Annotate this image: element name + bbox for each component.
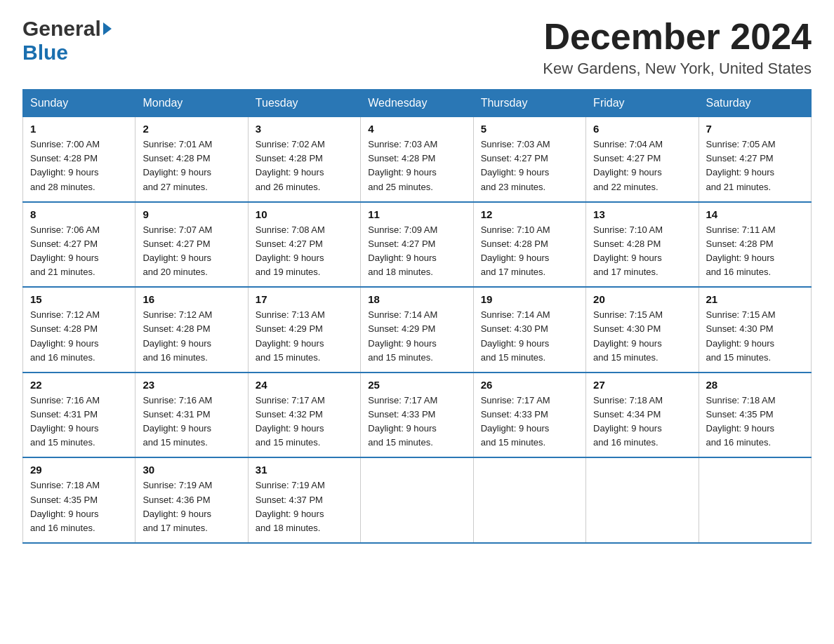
day-info: Sunrise: 7:10 AM Sunset: 4:28 PM Dayligh…	[481, 223, 578, 280]
day-info: Sunrise: 7:08 AM Sunset: 4:27 PM Dayligh…	[256, 223, 353, 280]
day-info: Sunrise: 7:10 AM Sunset: 4:28 PM Dayligh…	[593, 223, 691, 280]
day-number: 12	[481, 208, 578, 220]
day-info: Sunrise: 7:01 AM Sunset: 4:28 PM Dayligh…	[143, 137, 240, 194]
calendar-cell: 14 Sunrise: 7:11 AM Sunset: 4:28 PM Dayl…	[699, 202, 811, 288]
day-number: 24	[256, 379, 353, 391]
col-header-saturday: Saturday	[699, 90, 811, 117]
day-info: Sunrise: 7:03 AM Sunset: 4:27 PM Dayligh…	[481, 137, 578, 194]
title-section: December 2024 Kew Gardens, New York, Uni…	[543, 17, 812, 78]
day-number: 5	[481, 123, 578, 135]
day-info: Sunrise: 7:19 AM Sunset: 4:37 PM Dayligh…	[256, 478, 353, 535]
day-number: 3	[256, 123, 353, 135]
calendar-cell: 20 Sunrise: 7:15 AM Sunset: 4:30 PM Dayl…	[586, 287, 699, 373]
day-info: Sunrise: 7:11 AM Sunset: 4:28 PM Dayligh…	[706, 223, 804, 280]
calendar-cell: 26 Sunrise: 7:17 AM Sunset: 4:33 PM Dayl…	[473, 373, 585, 458]
calendar-cell: 19 Sunrise: 7:14 AM Sunset: 4:30 PM Dayl…	[473, 287, 585, 373]
day-number: 19	[481, 293, 578, 305]
day-number: 20	[593, 293, 691, 305]
day-number: 9	[143, 208, 240, 220]
day-info: Sunrise: 7:07 AM Sunset: 4:27 PM Dayligh…	[143, 223, 240, 280]
day-number: 28	[706, 379, 804, 391]
calendar-cell	[699, 457, 811, 543]
day-number: 14	[706, 208, 804, 220]
day-info: Sunrise: 7:18 AM Sunset: 4:34 PM Dayligh…	[593, 394, 691, 450]
calendar-title: December 2024	[543, 17, 812, 57]
day-info: Sunrise: 7:18 AM Sunset: 4:35 PM Dayligh…	[706, 394, 804, 450]
day-number: 23	[143, 379, 240, 391]
day-number: 13	[593, 208, 691, 220]
calendar-cell: 4 Sunrise: 7:03 AM Sunset: 4:28 PM Dayli…	[361, 117, 473, 202]
calendar-cell: 9 Sunrise: 7:07 AM Sunset: 4:27 PM Dayli…	[135, 202, 248, 288]
calendar-cell	[586, 457, 699, 543]
col-header-monday: Monday	[135, 90, 248, 117]
day-number: 17	[256, 293, 353, 305]
day-info: Sunrise: 7:15 AM Sunset: 4:30 PM Dayligh…	[593, 308, 691, 365]
calendar-cell: 25 Sunrise: 7:17 AM Sunset: 4:33 PM Dayl…	[361, 373, 473, 458]
day-number: 8	[30, 208, 128, 220]
calendar-cell: 18 Sunrise: 7:14 AM Sunset: 4:29 PM Dayl…	[361, 287, 473, 373]
day-info: Sunrise: 7:18 AM Sunset: 4:35 PM Dayligh…	[30, 478, 128, 535]
day-number: 10	[256, 208, 353, 220]
day-info: Sunrise: 7:12 AM Sunset: 4:28 PM Dayligh…	[143, 308, 240, 365]
calendar-table: SundayMondayTuesdayWednesdayThursdayFrid…	[22, 89, 812, 544]
day-info: Sunrise: 7:14 AM Sunset: 4:29 PM Dayligh…	[368, 308, 465, 365]
day-number: 26	[481, 379, 578, 391]
calendar-cell: 5 Sunrise: 7:03 AM Sunset: 4:27 PM Dayli…	[473, 117, 585, 202]
day-number: 18	[368, 293, 465, 305]
day-info: Sunrise: 7:15 AM Sunset: 4:30 PM Dayligh…	[706, 308, 804, 365]
day-number: 29	[30, 464, 128, 476]
day-number: 15	[30, 293, 128, 305]
day-number: 30	[143, 464, 240, 476]
calendar-cell: 31 Sunrise: 7:19 AM Sunset: 4:37 PM Dayl…	[248, 457, 360, 543]
logo: General Blue	[22, 17, 112, 65]
logo-arrow-icon	[103, 22, 112, 35]
day-number: 27	[593, 379, 691, 391]
day-info: Sunrise: 7:00 AM Sunset: 4:28 PM Dayligh…	[30, 137, 128, 194]
day-number: 6	[593, 123, 691, 135]
col-header-friday: Friday	[586, 90, 699, 117]
calendar-week-2: 8 Sunrise: 7:06 AM Sunset: 4:27 PM Dayli…	[23, 202, 812, 288]
day-info: Sunrise: 7:09 AM Sunset: 4:27 PM Dayligh…	[368, 223, 465, 280]
day-number: 21	[706, 293, 804, 305]
calendar-cell: 27 Sunrise: 7:18 AM Sunset: 4:34 PM Dayl…	[586, 373, 699, 458]
col-header-tuesday: Tuesday	[248, 90, 360, 117]
calendar-week-3: 15 Sunrise: 7:12 AM Sunset: 4:28 PM Dayl…	[23, 287, 812, 373]
day-info: Sunrise: 7:17 AM Sunset: 4:32 PM Dayligh…	[256, 394, 353, 450]
day-info: Sunrise: 7:04 AM Sunset: 4:27 PM Dayligh…	[593, 137, 691, 194]
day-info: Sunrise: 7:17 AM Sunset: 4:33 PM Dayligh…	[481, 394, 578, 450]
calendar-cell: 10 Sunrise: 7:08 AM Sunset: 4:27 PM Dayl…	[248, 202, 360, 288]
day-number: 25	[368, 379, 465, 391]
day-info: Sunrise: 7:19 AM Sunset: 4:36 PM Dayligh…	[143, 478, 240, 535]
calendar-cell: 6 Sunrise: 7:04 AM Sunset: 4:27 PM Dayli…	[586, 117, 699, 202]
day-info: Sunrise: 7:05 AM Sunset: 4:27 PM Dayligh…	[706, 137, 804, 194]
page-header: General Blue December 2024 Kew Gardens, …	[22, 17, 812, 78]
calendar-cell: 15 Sunrise: 7:12 AM Sunset: 4:28 PM Dayl…	[23, 287, 135, 373]
day-number: 4	[368, 123, 465, 135]
col-header-sunday: Sunday	[23, 90, 135, 117]
day-number: 16	[143, 293, 240, 305]
calendar-cell: 29 Sunrise: 7:18 AM Sunset: 4:35 PM Dayl…	[23, 457, 135, 543]
calendar-cell: 13 Sunrise: 7:10 AM Sunset: 4:28 PM Dayl…	[586, 202, 699, 288]
day-number: 22	[30, 379, 128, 391]
day-number: 31	[256, 464, 353, 476]
calendar-cell: 3 Sunrise: 7:02 AM Sunset: 4:28 PM Dayli…	[248, 117, 360, 202]
day-info: Sunrise: 7:02 AM Sunset: 4:28 PM Dayligh…	[256, 137, 353, 194]
calendar-week-1: 1 Sunrise: 7:00 AM Sunset: 4:28 PM Dayli…	[23, 117, 812, 202]
calendar-cell: 1 Sunrise: 7:00 AM Sunset: 4:28 PM Dayli…	[23, 117, 135, 202]
col-header-thursday: Thursday	[473, 90, 585, 117]
day-number: 7	[706, 123, 804, 135]
day-number: 1	[30, 123, 128, 135]
calendar-week-5: 29 Sunrise: 7:18 AM Sunset: 4:35 PM Dayl…	[23, 457, 812, 543]
calendar-cell: 30 Sunrise: 7:19 AM Sunset: 4:36 PM Dayl…	[135, 457, 248, 543]
calendar-cell: 11 Sunrise: 7:09 AM Sunset: 4:27 PM Dayl…	[361, 202, 473, 288]
day-info: Sunrise: 7:12 AM Sunset: 4:28 PM Dayligh…	[30, 308, 128, 365]
calendar-cell: 24 Sunrise: 7:17 AM Sunset: 4:32 PM Dayl…	[248, 373, 360, 458]
day-info: Sunrise: 7:16 AM Sunset: 4:31 PM Dayligh…	[143, 394, 240, 450]
day-number: 11	[368, 208, 465, 220]
calendar-subtitle: Kew Gardens, New York, United States	[543, 60, 812, 78]
day-info: Sunrise: 7:14 AM Sunset: 4:30 PM Dayligh…	[481, 308, 578, 365]
day-info: Sunrise: 7:13 AM Sunset: 4:29 PM Dayligh…	[256, 308, 353, 365]
calendar-cell: 28 Sunrise: 7:18 AM Sunset: 4:35 PM Dayl…	[699, 373, 811, 458]
calendar-cell: 7 Sunrise: 7:05 AM Sunset: 4:27 PM Dayli…	[699, 117, 811, 202]
calendar-cell: 16 Sunrise: 7:12 AM Sunset: 4:28 PM Dayl…	[135, 287, 248, 373]
